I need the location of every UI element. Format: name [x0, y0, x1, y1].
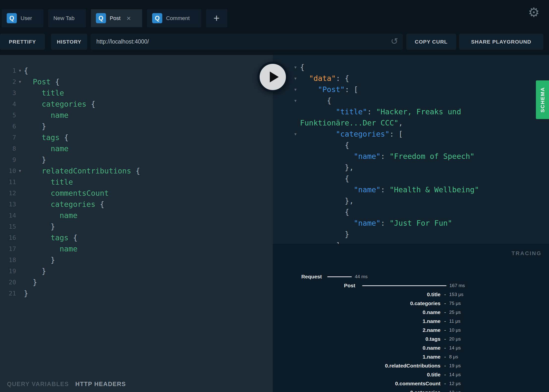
tab-comment[interactable]: QComment: [147, 9, 201, 27]
code-line-text: },: [300, 195, 354, 206]
trace-row: 0.name-25 μs: [273, 308, 549, 317]
trace-label: 0.name: [273, 309, 440, 315]
history-button[interactable]: HISTORY: [51, 34, 87, 50]
trace-dash: -: [444, 390, 446, 392]
http-headers-tab[interactable]: HTTP HEADERS: [75, 381, 126, 388]
code-line-text: ],: [300, 240, 345, 244]
response-line: ],: [273, 240, 549, 244]
fold-arrow-icon[interactable]: ▾: [273, 98, 300, 103]
tab-bar: QUserNew TabQPost×QComment +: [2, 9, 227, 27]
fold-arrow-icon[interactable]: ▾: [16, 168, 24, 173]
editor-line[interactable]: 11 title: [0, 176, 273, 188]
endpoint-url-input[interactable]: [90, 34, 403, 50]
trace-label: 0.commentsCount: [273, 381, 440, 387]
editor-line[interactable]: 3 title: [0, 87, 273, 98]
tab-label: User: [21, 15, 32, 22]
tab-label: New Tab: [53, 15, 74, 22]
tracing-panel: TRACING Request44 msPost167 ms0.title-15…: [273, 244, 549, 392]
response-line: "name": "Freedom of Speech": [273, 151, 549, 162]
code-line-text: title: [24, 87, 64, 98]
editor-line[interactable]: 1▾{: [0, 65, 273, 76]
trace-dash: -: [444, 300, 446, 306]
reload-icon[interactable]: ↺: [391, 37, 398, 46]
prettify-button[interactable]: PRETTIFY: [0, 34, 45, 50]
code-token: [24, 111, 51, 120]
execute-query-button[interactable]: [257, 62, 288, 92]
trace-dash: -: [444, 327, 446, 333]
code-token: {: [86, 100, 95, 108]
code-token: "data": [309, 74, 336, 83]
code-token: [24, 200, 51, 209]
response-line: ▾ {: [273, 95, 549, 106]
trace-label: 0.name: [273, 345, 440, 351]
editor-line[interactable]: 8 name: [0, 143, 273, 154]
response-line: }: [273, 229, 549, 240]
editor-line[interactable]: 2▾ Post {: [0, 76, 273, 87]
code-line-text: relatedContributions {: [24, 165, 140, 176]
trace-duration: 44 ms: [355, 274, 368, 279]
trace-dash: -: [444, 309, 446, 315]
trace-duration: 10 μs: [449, 327, 461, 333]
code-line-text: name: [24, 143, 69, 154]
editor-line[interactable]: 13 categories {: [0, 199, 273, 210]
line-number: 2: [0, 78, 16, 85]
tab-user[interactable]: QUser: [2, 9, 43, 27]
tab-new-tab[interactable]: New Tab: [48, 9, 86, 27]
settings-gear-icon[interactable]: ⚙: [528, 6, 540, 19]
toolbar: PRETTIFY HISTORY ↺ COPY CURL SHARE PLAYG…: [0, 34, 543, 50]
schema-tab[interactable]: SCHEMA: [536, 80, 549, 119]
code-line-text: name: [24, 110, 69, 121]
code-token: "title": [336, 107, 367, 116]
code-line-text: tags {: [24, 232, 78, 243]
line-number: 13: [0, 201, 16, 208]
trace-duration: 75 μs: [449, 301, 461, 306]
code-line-text: categories {: [24, 98, 95, 110]
editor-footer: QUERY VARIABLES HTTP HEADERS: [7, 381, 126, 388]
code-token: },: [300, 196, 354, 205]
code-token: }: [24, 278, 37, 287]
editor-line[interactable]: 17 name: [0, 243, 273, 254]
fold-arrow-icon[interactable]: ▾: [16, 79, 24, 84]
code-line-text: "categories": [: [300, 128, 403, 140]
trace-row: 2.name-10 μs: [273, 326, 549, 335]
query-editor-pane[interactable]: 1▾{2▾ Post {3 title4 categories {5 name6…: [0, 55, 273, 392]
close-tab-icon[interactable]: ×: [127, 15, 131, 22]
editor-line[interactable]: 10▾ relatedContributions {: [0, 165, 273, 176]
editor-line[interactable]: 20 }: [0, 277, 273, 288]
trace-timing-bar: [362, 285, 446, 286]
editor-line[interactable]: 14 name: [0, 210, 273, 221]
code-line-text: {: [300, 140, 349, 151]
code-token: title: [42, 89, 64, 97]
code-line-text: {: [300, 173, 349, 184]
editor-line[interactable]: 15 }: [0, 221, 273, 232]
trace-label: 2.name: [273, 327, 440, 333]
editor-line[interactable]: 7 tags {: [0, 132, 273, 143]
code-token: [300, 219, 354, 227]
trace-dash: -: [444, 381, 446, 387]
editor-line[interactable]: 9 }: [0, 154, 273, 165]
editor-line[interactable]: 12 commentsCount: [0, 188, 273, 199]
new-tab-button[interactable]: +: [206, 9, 227, 27]
code-token: {: [300, 63, 304, 72]
query-variables-tab[interactable]: QUERY VARIABLES: [7, 381, 69, 388]
editor-line[interactable]: 4 categories {: [0, 98, 273, 110]
editor-line[interactable]: 16 tags {: [0, 232, 273, 243]
copy-curl-button[interactable]: COPY CURL: [406, 34, 456, 50]
fold-arrow-icon[interactable]: ▾: [16, 68, 24, 73]
share-playground-button[interactable]: SHARE PLAYGROUND: [459, 34, 543, 50]
query-type-icon: Q: [96, 13, 106, 23]
editor-line[interactable]: 18 }: [0, 254, 273, 266]
fold-arrow-icon[interactable]: ▾: [273, 131, 300, 137]
editor-line[interactable]: 19 }: [0, 266, 273, 277]
tabs-container: QUserNew TabQPost×QComment: [2, 9, 201, 27]
editor-line[interactable]: 5 name: [0, 110, 273, 121]
line-number: 14: [0, 212, 16, 219]
trace-duration: 19 μs: [449, 363, 461, 368]
editor-line[interactable]: 21}: [0, 288, 273, 299]
code-token: [24, 245, 60, 253]
tab-post[interactable]: QPost×: [91, 9, 142, 27]
code-token: [24, 167, 42, 175]
trace-duration: 12 μs: [449, 381, 461, 386]
editor-line[interactable]: 6 }: [0, 121, 273, 132]
code-line-text: }: [24, 121, 46, 132]
